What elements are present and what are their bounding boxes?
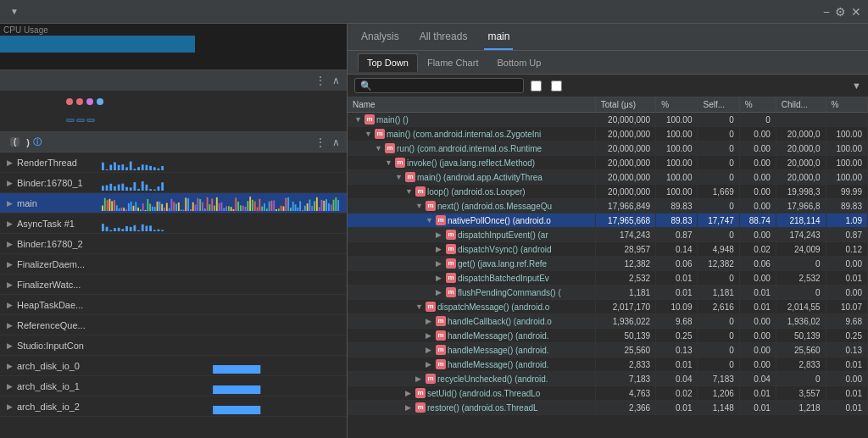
table-row[interactable]: ▼mnativePollOnce() (android.o17,965,6688…	[348, 213, 868, 228]
expand-icon[interactable]: ▼	[364, 130, 373, 138]
expand-icon[interactable]: ▼	[354, 115, 363, 124]
table-row[interactable]: ▶mhandleMessage() (android.25,5600.1300.…	[348, 343, 868, 358]
expand-icon[interactable]: ▼	[415, 202, 424, 210]
expand-icon[interactable]: ▶	[426, 360, 434, 369]
table-row[interactable]: ▶mget() (java.lang.ref.Refe12,3820.0612,…	[348, 257, 868, 271]
table-row[interactable]: ▼mrun() (com.android.internal.os.Runtime…	[348, 141, 868, 156]
table-row[interactable]: ▼mnext() (android.os.MessageQu17,966,849…	[348, 199, 868, 213]
thread-row[interactable]: ▶Binder:16780_2	[0, 234, 347, 254]
threads-menu-icon[interactable]: ⋮	[315, 136, 326, 148]
tab-all-threads[interactable]: All threads	[416, 24, 471, 50]
sub-tab-bottom-up[interactable]: Bottom Up	[487, 53, 550, 72]
thread-row[interactable]: ▶HeapTaskDae...	[0, 295, 347, 315]
threads-collapse-icon[interactable]: ∧	[332, 136, 340, 148]
thread-expand-icon[interactable]: ▶	[7, 260, 17, 269]
expand-icon[interactable]: ▶	[426, 346, 434, 354]
thread-expand-icon[interactable]: ▶	[7, 219, 17, 228]
expand-icon[interactable]: ▶	[415, 374, 424, 383]
match-case-checkbox[interactable]	[531, 80, 542, 91]
table-row[interactable]: ▼mmain() ()20,000,000100.0000	[348, 113, 868, 127]
thread-name: ReferenceQue...	[17, 320, 102, 330]
expand-icon[interactable]: ▶	[426, 317, 434, 325]
table-row[interactable]: ▶mdispatchVsync() (android28,9570.144,94…	[348, 242, 868, 257]
expand-icon[interactable]: ▶	[436, 288, 444, 297]
thread-row[interactable]: ▶FinalizerDaem...	[0, 254, 347, 274]
thread-row[interactable]: ▶arch_disk_io_0	[0, 356, 347, 376]
thread-expand-icon[interactable]: ▶	[7, 362, 17, 370]
thread-expand-icon[interactable]: ▶	[7, 158, 17, 167]
table-row[interactable]: ▶mhandleMessage() (android.50,1390.2500.…	[348, 329, 868, 343]
expand-icon[interactable]: ▶	[436, 230, 444, 239]
settings-icon[interactable]: ⚙	[835, 6, 846, 18]
col-name[interactable]: Name	[348, 97, 595, 113]
table-row[interactable]: ▼mdispatchMessage() (android.o2,017,1701…	[348, 300, 868, 314]
expand-icon[interactable]: ▼	[375, 144, 383, 152]
match-case-label[interactable]	[531, 80, 544, 91]
tab-main[interactable]: main	[484, 24, 513, 50]
table-row[interactable]: ▶mrecycleUnchecked() (android.7,1830.047…	[348, 372, 868, 386]
wall-clock-select[interactable]: ▼	[849, 80, 861, 91]
table-row[interactable]: ▼mmain() (com.android.internal.os.Zygote…	[348, 127, 868, 141]
col-self-pct[interactable]: %	[739, 97, 776, 113]
thread-row[interactable]: ▶RenderThread	[0, 152, 347, 173]
thread-row[interactable]: ▶FinalizerWatc...	[0, 274, 347, 295]
table-row[interactable]: ▼mmain() (android.app.ActivityThrea20,00…	[348, 170, 868, 185]
tab-analysis[interactable]: Analysis	[358, 24, 403, 50]
thread-expand-icon[interactable]: ▶	[7, 280, 17, 289]
threads-list[interactable]: ▶RenderThread▶Binder:16780_1▶main▶AsyncT…	[0, 152, 347, 438]
expand-icon[interactable]: ▼	[385, 158, 393, 167]
search-input[interactable]	[354, 78, 524, 93]
expand-icon[interactable]: ▶	[436, 245, 444, 253]
thread-expand-icon[interactable]: ▶	[7, 179, 17, 187]
thread-expand-icon[interactable]: ▶	[7, 382, 17, 391]
interaction-collapse-icon[interactable]: ∧	[332, 75, 340, 86]
thread-expand-icon[interactable]: ▶	[7, 402, 17, 411]
thread-row[interactable]: ▶main	[0, 193, 347, 213]
expand-icon[interactable]: ▼	[415, 302, 424, 311]
thread-expand-icon[interactable]: ▶	[7, 321, 17, 330]
thread-expand-icon[interactable]: ▶	[7, 301, 17, 309]
thread-expand-icon[interactable]: ▶	[7, 199, 17, 208]
col-child[interactable]: Child...	[776, 97, 826, 113]
expand-icon[interactable]: ▶	[405, 389, 414, 397]
expand-icon[interactable]: ▶	[426, 331, 434, 340]
cpu-dropdown-arrow[interactable]: ▼	[10, 7, 19, 16]
table-row[interactable]: ▶mhandleMessage() (android.2,8330.0100.0…	[348, 358, 868, 372]
regex-label[interactable]	[551, 80, 565, 91]
sub-tab-top-down[interactable]: Top Down	[358, 53, 418, 72]
thread-row[interactable]: ▶arch_disk_io_2	[0, 396, 347, 417]
table-row[interactable]: ▼mloop() (android.os.Looper)20,000,00010…	[348, 185, 868, 199]
thread-expand-icon[interactable]: ▶	[7, 240, 17, 248]
thread-row[interactable]: ▶ReferenceQue...	[0, 315, 347, 335]
thread-row[interactable]: ▶arch_disk_io_1	[0, 376, 347, 396]
thread-row[interactable]: ▶Binder:16780_1	[0, 173, 347, 193]
svg-rect-42	[125, 209, 127, 211]
col-total[interactable]: Total (μs)	[595, 97, 655, 113]
regex-checkbox[interactable]	[551, 80, 562, 91]
table-row[interactable]: ▶mdispatchBatchedInputEv2,5320.0100.002,…	[348, 271, 868, 286]
expand-icon[interactable]: ▼	[426, 216, 434, 225]
table-container[interactable]: Name Total (μs) % Self... % Child... % ▼…	[348, 97, 868, 438]
expand-icon[interactable]: ▼	[395, 173, 403, 181]
interaction-menu-icon[interactable]: ⋮	[315, 75, 326, 86]
threads-info-icon[interactable]: ⓘ	[33, 136, 42, 148]
table-row[interactable]: ▶msetUid() (android.os.ThreadLo4,7630.02…	[348, 386, 868, 401]
col-self[interactable]: Self...	[698, 97, 739, 113]
table-row[interactable]: ▶mrestore() (android.os.ThreadL2,3660.01…	[348, 401, 868, 415]
expand-icon[interactable]: ▼	[405, 187, 414, 196]
expand-icon[interactable]: ▶	[405, 403, 414, 412]
table-row[interactable]: ▶mflushPendingCommands() (1,1810.011,181…	[348, 286, 868, 300]
col-child-pct[interactable]: %	[826, 97, 867, 113]
close-icon[interactable]: ✕	[851, 6, 861, 18]
table-row[interactable]: ▶mhandleCallback() (android.o1,936,0229.…	[348, 314, 868, 329]
expand-icon[interactable]: ▶	[436, 274, 444, 282]
table-row[interactable]: ▶mdispatchInputEvent() (ar174,2430.8700.…	[348, 228, 868, 242]
thread-row[interactable]: ▶Studio:InputCon	[0, 335, 347, 356]
sub-tab-flame-chart[interactable]: Flame Chart	[418, 53, 488, 72]
minimize-icon[interactable]: −	[823, 6, 830, 18]
thread-expand-icon[interactable]: ▶	[7, 341, 17, 350]
table-row[interactable]: ▼minvoke() (java.lang.reflect.Method)20,…	[348, 156, 868, 170]
col-total-pct[interactable]: %	[656, 97, 698, 113]
thread-row[interactable]: ▶AsyncTask #1	[0, 213, 347, 234]
expand-icon[interactable]: ▶	[436, 259, 444, 268]
